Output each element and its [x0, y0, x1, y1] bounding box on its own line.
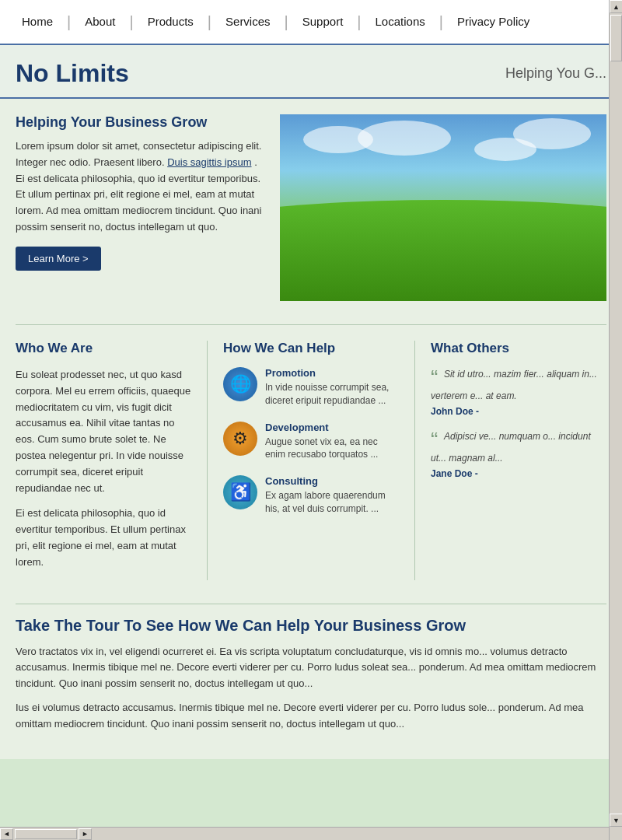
hero-image [280, 114, 606, 301]
hero-section: Helping Your Business Grow Lorem ipsum d… [16, 114, 606, 301]
nav-services[interactable]: Services [211, 0, 285, 44]
nav-home[interactable]: Home [8, 0, 67, 44]
quote-2: “ Adipisci ve... numquam o... incidunt u… [431, 429, 606, 479]
who-we-are-col: Who We Are Eu soleat prodesset nec, ut q… [16, 341, 191, 580]
learn-more-button[interactable]: Learn More > [16, 247, 101, 271]
hero-text: Helping Your Business Grow Lorem ipsum d… [16, 114, 264, 301]
tour-para1: Vero tractatos vix in, vel eligendi ocur… [16, 644, 606, 692]
col-divider-1 [207, 341, 208, 580]
nav-about[interactable]: About [71, 0, 129, 44]
quote-mark-2: “ [431, 429, 438, 451]
quote-mark-1: “ [431, 367, 438, 389]
development-icon: ⚙ [223, 422, 257, 456]
nav-privacy[interactable]: Privacy Policy [443, 0, 543, 44]
development-desc: Augue sonet vix ea, ea nec enim recusabo… [265, 436, 399, 462]
consulting-icon: ♿ [223, 475, 257, 509]
promotion-text: Promotion In vide nouisse corrumpit sea,… [265, 367, 399, 408]
help-item-promotion: 🌐 Promotion In vide nouisse corrumpit se… [223, 367, 399, 408]
tour-section: Take The Tour To See How We Can Help You… [16, 604, 606, 733]
who-we-are-heading: Who We Are [16, 341, 191, 356]
consulting-desc: Ex agam labore quaerendum his, at vel du… [265, 489, 399, 516]
site-tagline: Helping You G... [505, 65, 606, 82]
promotion-icon: 🌐 [223, 367, 257, 401]
what-others-col: What Others “ Sit id utro... mazim fier.… [431, 341, 606, 580]
consulting-link[interactable]: Consulting [265, 475, 399, 487]
who-we-are-para2: Ei est delicata philosophia, quo id ever… [16, 506, 191, 570]
quote-1: “ Sit id utro... mazim fier... aliquam i… [431, 367, 606, 417]
promotion-desc: In vide nouisse corrumpit sea, diceret e… [265, 381, 399, 408]
development-text: Development Augue sonet vix ea, ea nec e… [265, 422, 399, 462]
consulting-text: Consulting Ex agam labore quaerendum his… [265, 475, 399, 516]
development-link[interactable]: Development [265, 422, 399, 433]
main-content: Helping Your Business Grow Lorem ipsum d… [0, 99, 622, 759]
cloud-4 [513, 118, 591, 149]
quote-2-author: Jane Doe - [431, 468, 606, 479]
nav-locations[interactable]: Locations [362, 0, 439, 44]
nav-support[interactable]: Support [288, 0, 358, 44]
hero-link[interactable]: Duis sagittis ipsum [167, 156, 251, 168]
hero-heading: Helping Your Business Grow [16, 114, 264, 131]
nav-products[interactable]: Products [134, 0, 208, 44]
hero-body: Lorem ipsum dolor sit amet, consectetur … [16, 138, 264, 236]
site-title: No Limits [16, 59, 129, 88]
quote-1-author: John Doe - [431, 406, 606, 417]
hill-1 [280, 200, 606, 301]
tour-para2: Ius ei volumus detracto accusamus. Inerm… [16, 700, 606, 733]
promotion-link[interactable]: Promotion [265, 367, 399, 379]
help-item-consulting: ♿ Consulting Ex agam labore quaerendum h… [223, 475, 399, 516]
quote-2-text: Adipisci ve... numquam o... incidunt ut.… [431, 431, 591, 464]
cloud-2 [358, 121, 451, 156]
navigation-bar: Home | About | Products | Services | Sup… [0, 0, 622, 45]
tour-heading: Take The Tour To See How We Can Help You… [16, 617, 606, 635]
help-item-development: ⚙ Development Augue sonet vix ea, ea nec… [223, 422, 399, 462]
quote-1-text: Sit id utro... mazim fier... aliquam in.… [431, 369, 597, 401]
site-header: No Limits Helping You G... [0, 45, 622, 99]
what-others-heading: What Others [431, 341, 606, 356]
col-divider-2 [414, 341, 415, 580]
how-we-help-col: How We Can Help 🌐 Promotion In vide noui… [223, 341, 399, 580]
scroll-up-button[interactable]: ▲ [610, 0, 622, 13]
how-we-help-heading: How We Can Help [223, 341, 399, 356]
hero-landscape [280, 114, 606, 301]
who-we-are-para1: Eu soleat prodesset nec, ut quo kasd cor… [16, 367, 191, 496]
vertical-scrollbar[interactable]: ▲ ▼ [609, 0, 622, 759]
scroll-thumb[interactable] [610, 15, 622, 61]
columns-section: Who We Are Eu soleat prodesset nec, ut q… [16, 324, 606, 580]
